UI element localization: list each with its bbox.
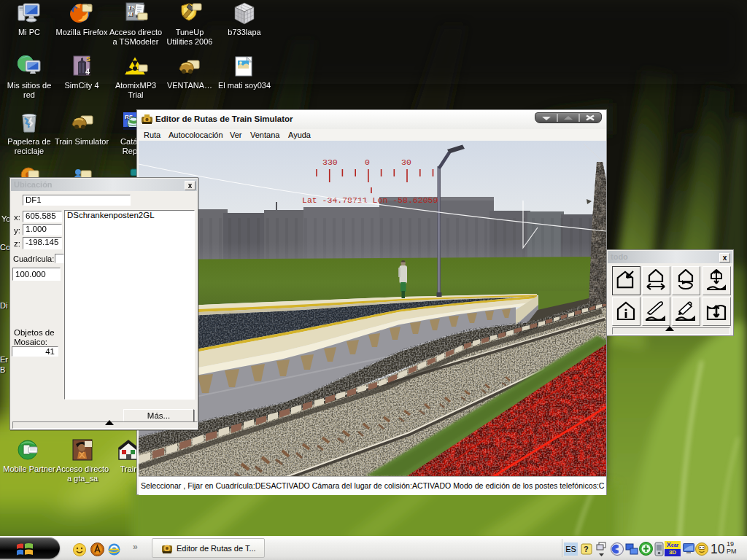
svg-text:S: S [86,55,90,63]
svg-text:M: M [128,11,133,18]
svg-text:0: 0 [365,158,370,167]
svg-text:4: 4 [85,67,90,76]
svg-text:330: 330 [322,158,338,167]
svg-text:?: ? [584,545,589,553]
svg-text:TS: TS [128,4,136,11]
svg-text:30: 30 [401,158,411,167]
